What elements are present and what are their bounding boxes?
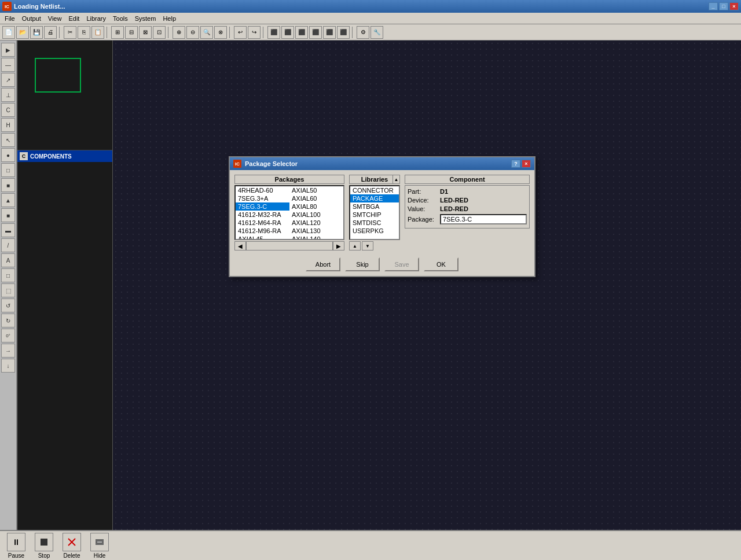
tb-btn13[interactable]: ⬛ [295,26,308,39]
menu-edit[interactable]: Edit [65,14,83,23]
pkg-4rhead[interactable]: 4RHEAD-60 [236,186,289,194]
menu-tools[interactable]: Tools [109,14,131,23]
tool-c[interactable]: C [1,103,15,117]
close-button[interactable]: × [729,2,739,10]
minimize-button[interactable]: _ [709,2,718,10]
tb-cut[interactable]: ✂ [64,26,76,39]
tool-box[interactable]: □ [1,268,15,282]
tb-btn3[interactable]: ⊞ [111,26,124,39]
tool-bar[interactable]: ▬ [1,223,15,237]
lib-smtdisc[interactable]: SMTDISC [350,219,399,227]
tb-btn15[interactable]: ⬛ [323,26,336,39]
lib-down-btn[interactable]: ▼ [362,241,373,250]
menu-output[interactable]: Output [19,14,45,23]
packages-next-btn[interactable]: ▶ [333,241,344,250]
tb-btn14[interactable]: ⬛ [309,26,322,39]
tb-redo[interactable]: ↪ [248,26,261,39]
tool-angle[interactable]: 0° [1,329,15,342]
tool-rect[interactable]: □ [1,163,15,177]
tool-dotbox[interactable]: ⬚ [1,283,15,297]
libraries-scroll-up[interactable]: ▲ [392,175,399,183]
tb-separator-2 [107,27,109,38]
pause-button[interactable]: ⏸ Pause [5,533,28,559]
tb-undo[interactable]: ↩ [234,26,247,39]
pkg-axial45[interactable]: AXIAL45 [236,235,289,239]
pkg-axial80[interactable]: AXIAL80 [289,202,343,211]
tool-circle[interactable]: ● [1,148,15,162]
tb-btn16[interactable]: ⬛ [337,26,350,39]
tool-tri[interactable]: ▲ [1,193,15,207]
tool-arrow[interactable]: ↗ [1,73,15,87]
tool-h[interactable]: H [1,118,15,132]
tool-sq[interactable]: ■ [1,208,15,222]
canvas-area: IC Package Selector ? × Packages Librari… [113,40,741,530]
menu-help[interactable]: Help [159,14,179,23]
pkg-axial100[interactable]: AXIAL100 [289,211,343,219]
lib-up-btn[interactable]: ▲ [349,241,361,250]
tool-diag[interactable]: / [1,238,15,252]
tool-line[interactable]: — [1,58,15,72]
dialog-close-button[interactable]: × [522,160,531,168]
tb-btn6[interactable]: ⊡ [153,26,166,39]
tb-btn8[interactable]: ⊖ [186,26,199,39]
menu-view[interactable]: View [45,14,65,23]
maximize-button[interactable]: □ [719,2,728,10]
tb-paste[interactable]: 📋 [91,26,104,39]
tb-btn11[interactable]: ⬛ [267,26,280,39]
pkg-41612-m64[interactable]: 41612-M64-RA [236,219,289,227]
tb-btn17[interactable]: ⚙ [357,26,369,39]
tool-undo[interactable]: ↺ [1,299,15,312]
packages-listbox[interactable]: 4RHEAD-60 7SEG.3+A 7SEG.3-C 41612-M32-RA… [234,185,344,240]
tb-save[interactable]: 💾 [30,26,43,39]
tool-down[interactable]: ↓ [1,359,15,373]
pkg-7seg3a[interactable]: 7SEG.3+A [236,194,289,202]
dialog-help-button[interactable]: ? [511,160,520,168]
menu-library[interactable]: Library [83,14,109,23]
libraries-column: CONNECTOR PACKAGE SMTBGA SMTCHIP SMTDISC… [349,185,400,250]
packages-prev-btn[interactable]: ◀ [234,241,246,250]
tb-btn4[interactable]: ⊟ [125,26,138,39]
tool-redo[interactable]: ↻ [1,314,15,327]
package-input[interactable] [440,214,527,224]
tool-fill[interactable]: ■ [1,178,15,192]
tb-new[interactable]: 📄 [2,26,15,39]
lib-smtbga[interactable]: SMTBGA [350,202,399,211]
pkg-axial60[interactable]: AXIAL60 [289,194,343,202]
hide-button[interactable]: Hide [88,533,111,559]
ok-button[interactable]: OK [424,257,458,271]
tool-text[interactable]: A [1,253,15,267]
libraries-listbox[interactable]: CONNECTOR PACKAGE SMTBGA SMTCHIP SMTDISC… [349,185,400,240]
pkg-axial120[interactable]: AXIAL120 [289,219,343,227]
delete-button[interactable]: Delete [60,533,83,559]
pkg-axial130[interactable]: AXIAL130 [289,227,343,235]
tb-btn12[interactable]: ⬛ [281,26,294,39]
lib-package[interactable]: PACKAGE [350,194,399,202]
menu-system[interactable]: System [131,14,160,23]
skip-button[interactable]: Skip [345,257,380,271]
stop-button[interactable]: Stop [32,533,56,559]
packages-scrollbar[interactable] [246,241,333,250]
lib-connector[interactable]: CONNECTOR [350,186,399,194]
abort-button[interactable]: Abort [306,257,340,271]
lib-userpkg[interactable]: USERPKG [350,227,399,235]
tb-open[interactable]: 📂 [16,26,29,39]
pkg-7seg3c[interactable]: 7SEG.3-C [236,202,289,211]
tb-btn18[interactable]: 🔧 [370,26,383,39]
pkg-41612-m32[interactable]: 41612-M32-RA [236,211,289,219]
tb-print[interactable]: 🖨 [44,26,57,39]
tool-select[interactable]: ▶ [1,43,15,57]
tool-right[interactable]: → [1,344,15,358]
tb-btn7[interactable]: ⊕ [173,26,185,39]
tb-btn5[interactable]: ⊠ [139,26,152,39]
tb-btn9[interactable]: 🔍 [200,26,213,39]
tb-btn10[interactable]: ⊗ [214,26,227,39]
tool-t[interactable]: ⊥ [1,88,15,102]
pkg-41612-m96[interactable]: 41612-M96-RA [236,227,289,235]
menu-file[interactable]: File [1,14,19,23]
tool-nw[interactable]: ↖ [1,133,15,147]
lib-smtchip[interactable]: SMTCHIP [350,211,399,219]
tb-copy[interactable]: ⎘ [78,26,90,39]
pkg-axial140[interactable]: AXIAL140 [289,235,343,239]
save-button[interactable]: Save [384,257,419,271]
pkg-axial50[interactable]: AXIAL50 [289,186,343,194]
